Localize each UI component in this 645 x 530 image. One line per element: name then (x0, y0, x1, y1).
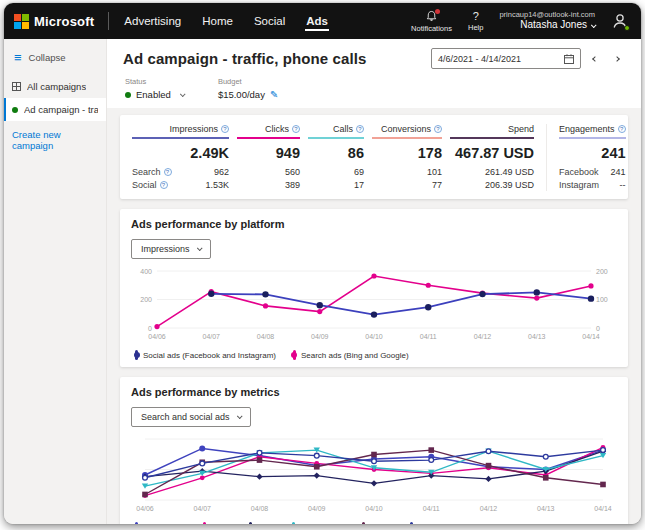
legend-marker-icon (135, 350, 138, 360)
app-window: Microsoft Advertising Home Social Ads No… (4, 3, 641, 524)
page: Microsoft Advertising Home Social Ads No… (0, 0, 645, 530)
main-content: Ad campaign - traffic, phone calls 4/6/2… (107, 39, 641, 524)
svg-text:04/13: 04/13 (528, 333, 546, 340)
microsoft-logo[interactable]: Microsoft (14, 14, 94, 29)
svg-text:04/06: 04/06 (148, 333, 166, 340)
metric-social-value: 17 (354, 180, 364, 190)
metric-col-spend: Spend 467.87 USD 261.49 USD 206.39 USD (450, 124, 534, 191)
nav-advertising[interactable]: Advertising (123, 6, 182, 36)
metric-label: Conversions (381, 124, 431, 134)
svg-text:04/13: 04/13 (537, 505, 555, 512)
social-row-label: Social (132, 180, 157, 190)
metric-label: Impressions (169, 124, 218, 134)
edit-budget-icon[interactable] (270, 89, 278, 100)
legend-social-ads[interactable]: Social ads (Facebook and Instagram) (135, 350, 276, 360)
help-button[interactable]: Help (468, 10, 483, 32)
svg-text:04/10: 04/10 (365, 333, 383, 340)
metric-social-value: 389 (285, 180, 300, 190)
legend-conversions[interactable]: Conversions (292, 522, 344, 524)
metric-col-conversions: Conversions 178 101 77 (372, 124, 442, 191)
metric-label: Engagements (559, 124, 615, 134)
status-dropdown[interactable]: Enabled (125, 89, 184, 100)
info-icon[interactable] (618, 125, 626, 133)
svg-text:04/08: 04/08 (257, 333, 275, 340)
platform-chart-card: Ads performance by platform Impressions … (120, 209, 628, 367)
bell-icon (425, 10, 438, 23)
legend-label: Engagements (418, 523, 467, 525)
svg-text:04/12: 04/12 (480, 505, 498, 512)
svg-text:04/11: 04/11 (420, 333, 437, 340)
nav-home[interactable]: Home (201, 6, 234, 36)
account-menu[interactable]: princaup14@outlook-int.com Natasha Jones (499, 10, 595, 32)
nav-ads[interactable]: Ads (305, 6, 329, 36)
metrics-scope-dropdown[interactable]: Search and social ads (131, 407, 251, 427)
account-email: princaup14@outlook-int.com (499, 10, 595, 19)
legend-spend[interactable]: Spend (362, 522, 393, 524)
date-next-button[interactable] (609, 51, 625, 67)
metrics-dropdown-value: Search and social ads (141, 412, 230, 422)
metric-search-value: 101 (427, 167, 442, 177)
create-new-campaign-link[interactable]: Create new campaign (4, 121, 106, 159)
date-range-picker[interactable]: 4/6/2021 - 4/14/2021 (431, 48, 581, 69)
metric-search-value: 261.49 USD (485, 167, 534, 177)
metric-social-value: 206.39 USD (485, 180, 534, 190)
sidebar-item-ad-campaign[interactable]: Ad campaign - traffic, phone (4, 98, 106, 121)
svg-text:0: 0 (148, 325, 152, 332)
legend-search-ads[interactable]: Search ads (Bing and Google) (293, 350, 409, 360)
platform-line-chart: 4002000200100004/0604/0704/0804/0904/100… (131, 266, 617, 342)
svg-text:04/08: 04/08 (251, 505, 269, 512)
date-prev-button[interactable] (587, 51, 603, 67)
body: Collapse All campaigns Ad campaign - tra… (4, 39, 641, 524)
metrics-chart-card: Ads performance by metrics Search and so… (120, 377, 628, 524)
metric-social-value: 1.53K (205, 180, 229, 190)
metric-label: Clicks (265, 124, 289, 134)
metrics-summary-card: Impressions 2.49K Search 962 Social 1.53… (120, 115, 628, 199)
budget-field: Budget $15.00/day (218, 77, 278, 100)
svg-text:100: 100 (596, 296, 608, 303)
info-icon[interactable] (164, 168, 172, 176)
collapse-label: Collapse (29, 52, 66, 63)
legend-label: Search ads (Bing and Google) (301, 351, 409, 360)
metric-col-calls: Calls 86 69 17 (308, 124, 364, 191)
info-icon[interactable] (160, 181, 168, 189)
presence-dot (624, 25, 630, 31)
info-icon[interactable] (356, 125, 364, 133)
metrics-line-chart: 04/0604/0704/0804/0904/1004/1104/1204/13… (131, 434, 617, 514)
status-label: Status (125, 77, 184, 86)
facebook-row-label: Facebook (559, 167, 599, 177)
notifications-button[interactable]: Notifications (411, 10, 452, 33)
platform-metric-dropdown[interactable]: Impressions (131, 239, 211, 259)
instagram-row-label: Instagram (559, 180, 599, 190)
sidebar-item-label: Ad campaign - traffic, phone (24, 104, 98, 115)
chevron-down-icon (236, 413, 242, 419)
svg-text:04/10: 04/10 (365, 505, 383, 512)
avatar[interactable] (611, 12, 629, 30)
legend-impressions[interactable]: Impressions (135, 522, 186, 524)
legend-marker-icon (249, 522, 252, 524)
search-row-label: Search (132, 167, 161, 177)
metrics-section-title: Ads performance by metrics (131, 386, 617, 398)
legend-label: Conversions (300, 523, 344, 525)
svg-text:200: 200 (596, 268, 608, 275)
legend-calls[interactable]: Calls (249, 522, 275, 524)
legend-marker-icon (135, 522, 138, 524)
metric-total: 178 (372, 145, 442, 161)
nav-social[interactable]: Social (253, 6, 286, 36)
metric-col-clicks: Clicks 949 560 389 (237, 124, 300, 191)
legend-engagements[interactable]: Engagements (410, 522, 467, 524)
facebook-value: 241 (611, 167, 626, 177)
help-icon (473, 10, 479, 22)
legend-clicks[interactable]: Clicks (203, 522, 232, 524)
platform-dropdown-value: Impressions (141, 244, 190, 254)
svg-text:04/07: 04/07 (193, 505, 211, 512)
legend-marker-icon (293, 350, 296, 360)
metric-social-value: 77 (432, 180, 442, 190)
help-label: Help (468, 23, 483, 32)
collapse-button[interactable]: Collapse (4, 48, 106, 75)
legend-marker-icon (410, 522, 413, 524)
hamburger-icon (14, 53, 22, 63)
sidebar-item-all-campaigns[interactable]: All campaigns (4, 75, 106, 98)
info-icon[interactable] (221, 125, 229, 133)
info-icon[interactable] (292, 125, 300, 133)
info-icon[interactable] (434, 125, 442, 133)
